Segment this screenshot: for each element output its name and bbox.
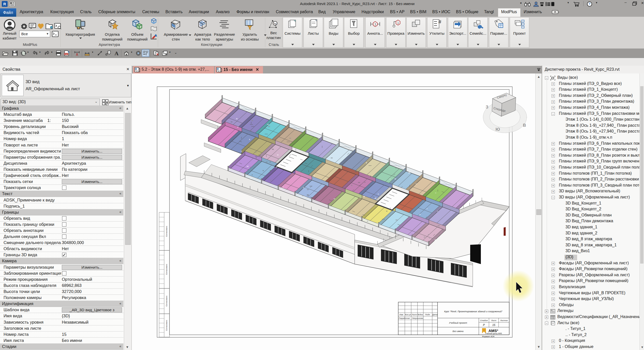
svg-text:Листов: Листов — [500, 319, 507, 322]
svg-text:Согласовано: Согласовано — [166, 320, 167, 331]
svg-text:Согласовано: Согласовано — [166, 226, 167, 237]
svg-text:З: З — [486, 105, 488, 109]
svg-text:В: В — [523, 123, 526, 128]
svg-text:Лист: Лист — [491, 319, 497, 322]
svg-text:AMS³: AMS³ — [488, 328, 498, 333]
svg-text:Кол.уч: Кол.уч — [405, 314, 411, 316]
svg-text:Формат А2А: Формат А2А — [482, 335, 494, 338]
svg-text:Стадия: Стадия — [480, 319, 488, 322]
svg-text:15: 15 — [492, 323, 496, 326]
svg-text:Р: Р — [483, 323, 485, 326]
svg-text:Курс "Revit. Проектирование зд: Курс "Revit. Проектирование зданий и соо… — [444, 310, 503, 313]
svg-text:Изм.: Изм. — [399, 314, 404, 316]
svg-text:Подп.: Подп. — [425, 314, 430, 316]
svg-text:Учебный центр AMS: Учебный центр AMS — [485, 333, 502, 335]
svg-text:Лапушинова: Лапушинова — [412, 317, 423, 319]
svg-text:Учебный проект: Учебный проект — [449, 322, 467, 324]
svg-text:Ю: Ю — [496, 127, 500, 132]
svg-text:Согласовано: Согласовано — [166, 264, 167, 275]
svg-text:Дата: Дата — [432, 314, 438, 316]
svg-text:Лист: Лист — [411, 314, 417, 316]
svg-text:Согласовано: Согласовано — [166, 296, 167, 306]
svg-text:Без имени: Без имени — [452, 330, 464, 333]
svg-text:Разработал: Разработал — [399, 317, 410, 319]
svg-text:№док.: №док. — [418, 314, 424, 316]
